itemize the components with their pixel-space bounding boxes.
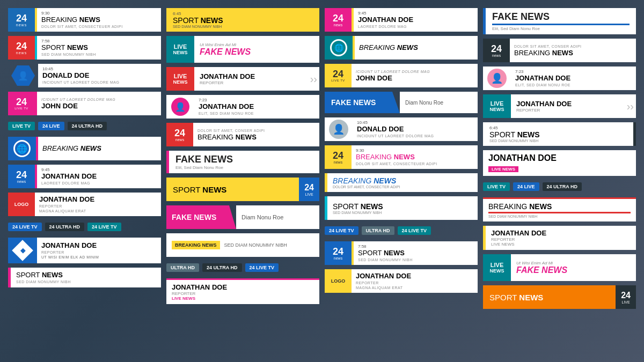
- name-bold: DOE: [82, 172, 97, 180]
- diamond-icon: ◆: [12, 240, 33, 261]
- person-avatar: 👤: [329, 120, 348, 139]
- role-text: REPORTER: [491, 237, 631, 242]
- bar-content: 7:58 SPORT NEWS SED DIAM NONUMMY NIBH: [354, 241, 478, 265]
- fake-news-right: Diam Nonu Roe: [236, 205, 319, 229]
- live-fake-bar: LIVE NEWS Ut Wisi Enim Ad Mi FAKE NEWS: [166, 36, 319, 63]
- title-word1: BREAKING: [41, 16, 79, 24]
- jonathan-globe-bar: 👤 7:23 JONATHAN DOE ELIT, SED DIAM NONU …: [166, 95, 319, 119]
- bar-subtitle: SED DIAM NONUMMY NIBH: [488, 215, 631, 218]
- logo-jonathan-yellow-bar: LOGO JONATHAN DOE REPORTER MAGNA ALIQUAM…: [325, 269, 478, 293]
- fake-news-inline-bar: FAKE NEWS Diam Nonu Roe: [325, 92, 478, 113]
- bar-title: JONATHAN DOE: [41, 241, 157, 250]
- bar-content: JONATHAN DOE REPORTER MAGNA ALIQUAM ERAT: [352, 269, 478, 293]
- live-news-badge: LIVE NEWS: [488, 166, 518, 172]
- bar-title: JONATHAN DOE: [172, 283, 314, 291]
- sport-24-live-orange-bar: SPORT NEWS 24 LIVE: [483, 285, 636, 309]
- live-text: LIVE: [174, 73, 187, 79]
- sport-word: SPORT: [333, 202, 361, 211]
- column-2: 6:45 SPORT NEWS SED DIAM NONUMMY NIBH LI…: [166, 8, 319, 354]
- breaking-globe-teal-bar: 🌐 BREAKING NEWS: [325, 36, 478, 60]
- bar-subtitle: ELIT, SED DIAM NONU ROE: [199, 111, 315, 116]
- live-text: LIVE: [174, 43, 187, 50]
- news-word: NEWS: [529, 202, 552, 211]
- bar-subtitle: DOLOR SIT AMET, CONSER ADIPI: [197, 128, 315, 133]
- sport-word: SPORT: [16, 271, 42, 279]
- right-text: Diam Nonu Roe: [241, 214, 283, 220]
- bar-subtitle: LAOREET DOLORE MAG: [358, 24, 473, 29]
- breaking-wide-bar: BREAKING NEWS SED DIAM NONUMMY NIBH: [166, 233, 319, 257]
- role-text: REPORTER: [516, 108, 621, 113]
- diamond-symbol: ◆: [20, 247, 25, 254]
- sport-word: SPORT: [173, 16, 201, 25]
- column-4: FAKE NEWS Elit, Sed Diam Nonu Roe 24 new…: [483, 8, 636, 354]
- news-word: NEWS: [517, 130, 540, 139]
- inline-badges-row-1: LIVE TV 24 LIVE 24 ULTRA HD: [8, 120, 161, 132]
- badge-number: 24: [621, 291, 631, 300]
- live-jonathan-green-bar: LIVE NEWS JONATHAN DOE REPORTER › ›: [483, 94, 636, 118]
- badge-sub: news: [334, 256, 342, 260]
- badge-number: 24: [333, 13, 343, 23]
- person-icon: 👤: [18, 71, 28, 81]
- sport-word: SPORT: [358, 249, 384, 257]
- fake-news-title: FAKE NEWS: [516, 265, 631, 275]
- sport-content: 6:45 SPORT NEWS SED DIAM NONUMMY NIBH: [173, 11, 223, 28]
- name-bold: DOE: [63, 102, 78, 110]
- globe-icon: 🌐: [13, 140, 31, 157]
- role-text: REPORTER: [356, 280, 473, 285]
- bar-title: BREAKING NEWS: [197, 133, 315, 142]
- title-word2: NEWS: [394, 153, 415, 161]
- bar-title: JONATHAN DOE: [488, 153, 557, 163]
- jonathan-content: JONATHAN DOE LIVE NEWS: [488, 153, 557, 173]
- name-bold: DOE: [538, 153, 557, 162]
- badge-number: 24: [16, 170, 27, 180]
- fake-news-left: FAKE NEWS: [166, 205, 236, 229]
- donald-doe-avatar-bar: 👤 10:45 DONALD DOE INCIDUNT UT LAOREET D…: [325, 117, 478, 141]
- news-text: NEWS: [490, 107, 504, 112]
- bar-subtitle: SED DIAM NONUMMY NIBH: [16, 279, 156, 284]
- logo-jonathan-bar: LOGO JONATHAN DOE REPORTER MAGNA ALIQUAM…: [8, 193, 161, 216]
- title-word2: NEWS: [80, 144, 101, 152]
- time-display: 6:45: [173, 11, 223, 16]
- title-word2: NEWS: [236, 133, 257, 141]
- fake-news-left: FAKE NEWS: [325, 92, 400, 113]
- news-word: NEWS: [201, 16, 223, 25]
- time-display: 7:23: [515, 69, 632, 74]
- badge-24-yellow: 24 news: [325, 145, 352, 169]
- badge-24-red: 24 news: [166, 123, 193, 146]
- bar-subtitle: MAGNA ALIQUAM ERAT: [39, 209, 157, 213]
- diamond-jonathan-bar: ◆ JONATHAN DOE REPORTER UT WISI ENIM ELK…: [8, 238, 161, 263]
- bar-subtitle: LAOREET DOLORE MAG: [41, 181, 157, 186]
- bar-subtitle: LIVE NEWS: [491, 242, 631, 247]
- bar-subtitle: UT WISI ENIM ELK AD MINIM: [41, 255, 157, 260]
- live-badge: 24 LIVE: [616, 285, 636, 309]
- name-bold: DOE: [79, 195, 94, 203]
- sub-badge: LIVE NEWS: [172, 296, 314, 301]
- globe-container: 👤: [166, 95, 194, 119]
- accent-line: [492, 24, 630, 25]
- bar-subtitle: SED DIAM NONUMMY NIBH: [41, 52, 157, 57]
- bar-content: JONATHAN DOE REPORTER: [511, 94, 627, 118]
- jonathan-big-bar: JONATHAN DOE LIVE NEWS: [483, 150, 636, 176]
- breaking-24-bar: 24 news DOLOR SIT AMET, CONSER ADIPI BRE…: [166, 123, 319, 146]
- bar-title: JONATHAN DOE: [41, 172, 157, 181]
- badge-number: 24: [16, 41, 27, 51]
- name-bold: DOE: [555, 74, 570, 82]
- sport-content: SPORT NEWS: [483, 285, 616, 309]
- breaking-red-bar: BREAKING NEWS SED DIAM NONUMMY NIBH: [483, 197, 636, 221]
- globe-container: 🌐: [325, 36, 353, 60]
- sport-content: 6:45 SPORT NEWS SED DIAM NONUMMY NIBH: [489, 125, 540, 143]
- sport-24-blue-bar: 24 news 7:58 SPORT NEWS SED DIAM NONUMMY…: [325, 241, 478, 265]
- bar-title: SPORT NEWS: [41, 43, 157, 52]
- hex-badge: 👤: [11, 65, 35, 86]
- ultra-hd-badge: ULTRA HD: [166, 263, 199, 272]
- 24-live-tv-badge: 24 LIVE TV: [245, 263, 279, 272]
- ultra-hd-badge: 24 ULTRA HD: [45, 223, 85, 231]
- bar-content: ICIDUNT UT LAOREET DOLORE MAG JOHN DOE: [352, 64, 478, 87]
- role-text: REPORTER: [41, 250, 157, 255]
- news-text: NEWS: [173, 50, 188, 55]
- avatar-container: 👤: [325, 117, 353, 141]
- sport-word: SPORT: [173, 185, 202, 194]
- news-bold: NEWS: [521, 11, 550, 22]
- bar-subtitle: DOLOR SIT AMET, CONSECTER ADIPI: [333, 185, 472, 189]
- live-jonathan-reporter-bar: LIVE NEWS JONATHAN DOE REPORTER › ›: [166, 67, 319, 91]
